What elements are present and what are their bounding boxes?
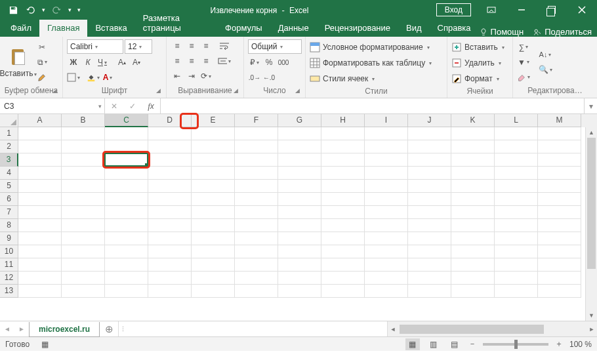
tab-insert[interactable]: Вставка (87, 20, 134, 37)
cell[interactable] (321, 140, 365, 153)
row-header[interactable]: 6 (0, 193, 18, 206)
cell[interactable] (495, 167, 538, 180)
cell[interactable] (148, 272, 192, 285)
increase-font-button[interactable]: A▴ (115, 56, 129, 69)
name-box[interactable]: C3▾ (0, 98, 105, 113)
cell[interactable] (278, 219, 321, 232)
cell[interactable] (365, 232, 408, 245)
expand-formula-bar-button[interactable]: ▾ (584, 98, 597, 113)
column-header[interactable]: F (235, 114, 278, 127)
cell[interactable] (148, 153, 192, 167)
cell[interactable] (192, 219, 235, 232)
alignment-dialog-launcher[interactable]: ◢ (232, 87, 239, 95)
find-select-button[interactable]: 🔍▾ (537, 63, 554, 76)
clear-button[interactable]: ▾ (517, 71, 530, 84)
paste-button[interactable]: Вставить▾ (4, 39, 33, 85)
cell[interactable] (148, 219, 192, 232)
cell[interactable] (62, 140, 105, 153)
cell[interactable] (18, 219, 62, 232)
cell[interactable] (495, 127, 538, 140)
zoom-in-button[interactable]: ＋ (555, 338, 563, 350)
cell[interactable] (538, 140, 581, 153)
cell[interactable] (148, 180, 192, 193)
increase-indent-button[interactable]: ⇥ (185, 70, 198, 83)
cell-styles-button[interactable]: Стили ячеек▾ (310, 72, 443, 85)
cell[interactable] (495, 153, 538, 167)
cell[interactable] (235, 232, 278, 245)
number-format-combo[interactable]: Общий▾ (248, 39, 302, 54)
decrease-indent-button[interactable]: ⇤ (171, 70, 184, 83)
normal-view-button[interactable]: ▦ (405, 338, 420, 350)
cut-button[interactable]: ✂ (35, 41, 49, 54)
insert-cells-button[interactable]: Вставить▾ (451, 41, 508, 54)
cell[interactable] (278, 153, 321, 167)
cell[interactable] (451, 180, 495, 193)
share-button[interactable]: Поделиться (533, 27, 592, 37)
cell[interactable] (321, 285, 365, 298)
page-break-view-button[interactable]: ▤ (447, 338, 462, 350)
cell[interactable] (408, 258, 451, 272)
column-header[interactable]: H (321, 114, 365, 127)
cell[interactable] (321, 127, 365, 140)
cell[interactable] (278, 272, 321, 285)
cell[interactable] (62, 219, 105, 232)
comma-format-button[interactable]: 000 (277, 56, 290, 69)
cell[interactable] (495, 180, 538, 193)
column-header[interactable]: G (278, 114, 321, 127)
cell[interactable] (105, 232, 148, 245)
row-header[interactable]: 9 (0, 232, 18, 245)
cell[interactable] (451, 140, 495, 153)
increase-decimal-button[interactable]: .0→ (248, 71, 261, 84)
vertical-scrollbar[interactable]: ▲ ▼ (585, 127, 597, 321)
worksheet-grid[interactable]: ABCDEFGHIJKLM 12345678910111213 ▲ ▼ (0, 114, 597, 321)
cell[interactable] (408, 140, 451, 153)
column-header[interactable]: D (148, 114, 192, 127)
percent-format-button[interactable]: % (262, 56, 276, 69)
cell[interactable] (495, 140, 538, 153)
cell[interactable] (18, 245, 62, 258)
cell[interactable] (235, 180, 278, 193)
cell[interactable] (538, 219, 581, 232)
tab-page-layout[interactable]: Разметка страницы (135, 10, 217, 37)
bold-button[interactable]: Ж (67, 56, 80, 69)
cell[interactable] (192, 258, 235, 272)
cell[interactable] (278, 127, 321, 140)
sheet-nav-prev[interactable]: ◄ (0, 325, 14, 333)
cell[interactable] (278, 258, 321, 272)
cell[interactable] (451, 206, 495, 219)
ribbon-options-button[interactable] (476, 0, 506, 20)
cell[interactable] (18, 167, 62, 180)
tab-home[interactable]: Главная (39, 20, 87, 37)
format-cells-button[interactable]: Формат▾ (451, 72, 508, 85)
copy-button[interactable]: ⧉▾ (35, 56, 49, 69)
cell[interactable] (105, 153, 148, 167)
cell[interactable] (62, 232, 105, 245)
cell[interactable] (321, 219, 365, 232)
cell[interactable] (105, 285, 148, 298)
row-header[interactable]: 11 (0, 258, 18, 272)
cell[interactable] (235, 140, 278, 153)
cell[interactable] (451, 193, 495, 206)
cell[interactable] (62, 206, 105, 219)
cell[interactable] (18, 206, 62, 219)
row-header[interactable]: 8 (0, 219, 18, 232)
sign-in-button[interactable]: Вход (436, 3, 471, 16)
align-bottom-button[interactable]: ≡ (199, 39, 213, 52)
cell[interactable] (278, 193, 321, 206)
cell[interactable] (18, 140, 62, 153)
column-header[interactable]: J (408, 114, 451, 127)
undo-button[interactable] (22, 2, 38, 18)
cell[interactable] (538, 167, 581, 180)
cell[interactable] (538, 258, 581, 272)
fill-color-button[interactable]: ▾ (87, 71, 100, 84)
fill-button[interactable]: ▼▾ (517, 56, 530, 69)
cell[interactable] (148, 127, 192, 140)
cell[interactable] (321, 153, 365, 167)
cell[interactable] (235, 272, 278, 285)
cell[interactable] (365, 180, 408, 193)
select-all-corner[interactable] (0, 114, 18, 127)
vscroll-thumb[interactable] (587, 138, 596, 269)
cell[interactable] (18, 285, 62, 298)
row-header[interactable]: 12 (0, 272, 18, 285)
cell[interactable] (105, 219, 148, 232)
